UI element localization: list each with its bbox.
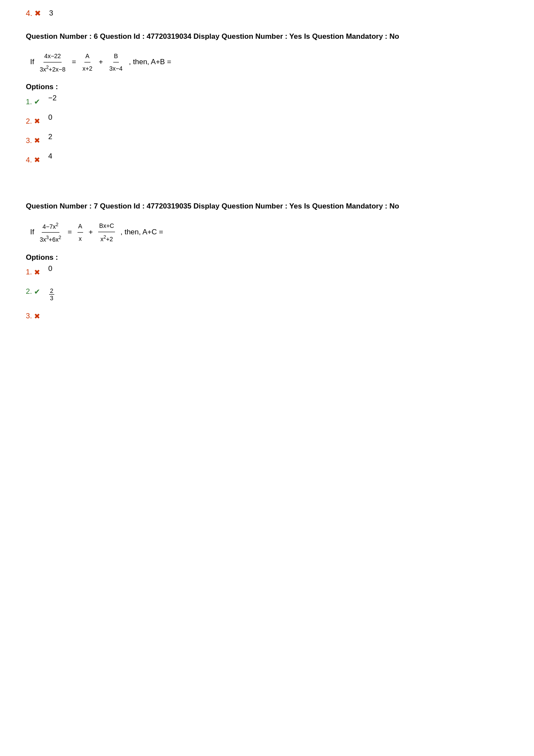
q7-option-1: 1. ✖ 0 xyxy=(26,268,508,277)
wrong-icon-q7-3: ✖ xyxy=(34,312,40,321)
question-7-header: Question Number : 7 Question Id : 477203… xyxy=(26,201,508,212)
question-7-block: Question Number : 7 Question Id : 477203… xyxy=(26,201,508,321)
q6-option-3: 3. ✖ 2 xyxy=(26,136,508,145)
q6-option-1-value: −2 xyxy=(48,94,56,103)
q7-fraction-left: 4−7x2 3x3+6x2 xyxy=(39,220,62,246)
correct-icon-q6-1: ✔ xyxy=(34,97,40,106)
question-6-body: If 4x−22 3x2+2x−8 = A x+2 + B 3x−4 , the… xyxy=(30,50,508,75)
q6-option-4-num: 4. ✖ xyxy=(26,156,46,165)
wrong-icon-q6-3: ✖ xyxy=(34,136,40,145)
q7-option-2: 2. ✔ 2 3 xyxy=(26,287,508,302)
wrong-icon: ✖ xyxy=(34,9,41,18)
q6-option-4-value: 4 xyxy=(48,152,52,161)
q6-fraction-left: 4x−22 3x2+2x−8 xyxy=(39,50,66,75)
q7-option-2-value: 2 3 xyxy=(48,287,55,302)
q7-option-2-fraction: 2 3 xyxy=(49,287,54,302)
question-7-body: If 4−7x2 3x3+6x2 = A x + Bx+C x2+2 , the… xyxy=(30,220,508,246)
q6-option-2: 2. ✖ 0 xyxy=(26,117,508,126)
question-6-header: Question Number : 6 Question Id : 477203… xyxy=(26,31,508,42)
q7-option-3-num: 3. ✖ xyxy=(26,312,46,321)
prev-answer-value: 3 xyxy=(49,9,53,18)
question-7-options-label: Options : xyxy=(26,253,508,262)
q6-option-3-value: 2 xyxy=(48,133,52,141)
q6-fraction-b: B 3x−4 xyxy=(109,50,124,75)
prev-answer-row: 4. ✖ 3 xyxy=(26,9,508,18)
q7-option-3: 3. ✖ xyxy=(26,312,508,321)
q6-option-4: 4. ✖ 4 xyxy=(26,156,508,165)
question-6-block: Question Number : 6 Question Id : 477203… xyxy=(26,31,508,165)
question-6-options-label: Options : xyxy=(26,83,508,91)
q6-option-2-value: 0 xyxy=(48,113,52,122)
wrong-icon-q7-1: ✖ xyxy=(34,268,40,277)
q6-option-1: 1. ✔ −2 xyxy=(26,97,508,106)
spacer-between-questions xyxy=(26,175,508,192)
wrong-icon-q6-4: ✖ xyxy=(34,156,40,165)
correct-icon-q7-2: ✔ xyxy=(34,287,40,296)
q6-option-3-num: 3. ✖ xyxy=(26,136,46,145)
option-number-prev: 4. ✖ xyxy=(26,9,46,18)
q6-option-2-num: 2. ✖ xyxy=(26,117,46,126)
q7-option-1-value: 0 xyxy=(48,264,52,273)
q7-fraction-a: A x xyxy=(78,220,83,245)
q7-option-1-num: 1. ✖ xyxy=(26,268,46,277)
q6-option-1-num: 1. ✔ xyxy=(26,97,46,106)
q7-fraction-bc: Bx+C x2+2 xyxy=(98,220,115,245)
q7-option-2-num: 2. ✔ xyxy=(26,287,46,296)
wrong-icon-q6-2: ✖ xyxy=(34,117,40,126)
q6-fraction-a: A x+2 xyxy=(81,50,93,75)
